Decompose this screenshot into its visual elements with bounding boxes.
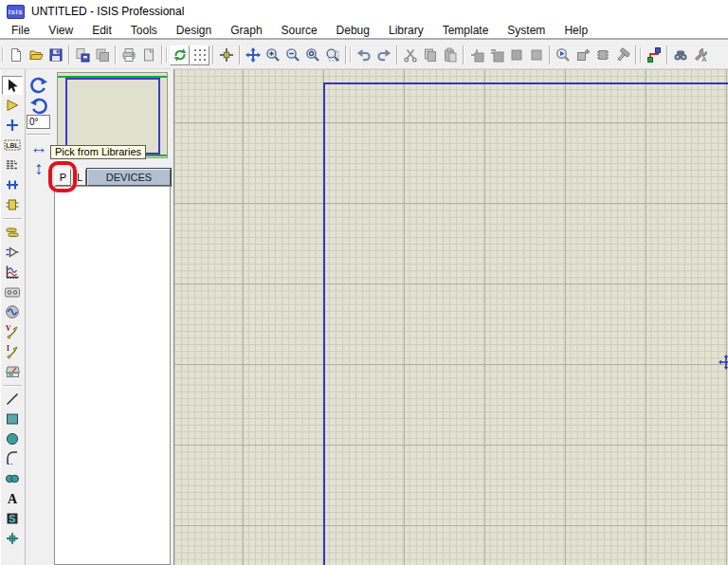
save-file-button[interactable] [46,46,65,65]
property-assignment-button[interactable]: A [690,46,710,65]
block-delete-button[interactable] [526,46,546,65]
generator-tool[interactable] [2,302,23,321]
rotate-anticlockwise-button[interactable] [28,96,49,117]
menu-library[interactable]: Library [379,24,433,37]
export-section-button[interactable] [92,46,112,65]
zoom-out-button[interactable] [282,46,302,65]
graph-tool[interactable] [2,263,23,282]
menu-view[interactable]: View [39,24,82,37]
import-section-button[interactable] [72,46,92,65]
pan-button[interactable] [243,46,263,65]
wire-label-tool[interactable]: LBL [2,136,23,155]
svg-text:I: I [7,344,9,353]
zoom-in-button[interactable] [263,46,282,65]
menu-debug[interactable]: Debug [327,24,379,37]
text-script-icon [5,157,20,173]
mode-toolbar: LBL V I A S [0,69,26,565]
menu-tools[interactable]: Tools [121,24,167,37]
redraw-button[interactable] [170,46,190,65]
isis-window: isis UNTITLED - ISIS Professional File V… [0,0,728,565]
origin-button[interactable] [216,46,236,65]
block-copy-button[interactable] [466,46,486,65]
block-rotate-button[interactable] [506,46,526,65]
toolbar-handle [1,46,6,64]
bus-tool[interactable] [2,175,23,194]
paste-icon [443,47,458,63]
rotate-clockwise-icon [29,76,48,95]
decompose-button[interactable] [612,46,632,65]
object-selector-list[interactable] [54,186,171,565]
rotate-clockwise-button[interactable] [28,75,49,96]
2d-box-tool[interactable] [2,410,23,428]
toolbar-handle [349,46,354,64]
pan-cursor-icon [719,355,728,370]
toolbar-separator [112,45,118,65]
voltage-probe-tool[interactable]: V [2,322,23,341]
wire-label-icon: LBL [4,138,21,152]
mirror-vertical-button[interactable]: ↕ [29,159,48,177]
redo-button[interactable] [373,46,393,65]
text-script-tool[interactable] [2,155,23,174]
menu-system[interactable]: System [498,24,555,37]
copy-button[interactable] [420,46,440,65]
2d-arc-tool[interactable] [2,449,23,468]
wire-autorouter-button[interactable] [644,46,664,65]
toolbar-separator [209,45,216,65]
block-move-icon [489,47,504,63]
block-copy-icon [469,47,484,63]
device-pin-tool[interactable] [2,243,23,262]
toggle-grid-button[interactable] [190,46,209,65]
zoom-area-button[interactable] [322,46,342,65]
subcircuit-icon [5,197,20,212]
line-icon [5,392,20,407]
2d-marker-tool[interactable] [2,529,23,548]
pick-parts-button[interactable] [553,46,573,65]
menu-template[interactable]: Template [433,24,499,37]
virtual-instrument-tool[interactable] [2,362,23,381]
junction-dot-tool[interactable] [2,116,23,135]
main-toolbar: A [0,42,728,69]
box-icon [5,411,20,427]
schematic-canvas[interactable] [173,69,728,565]
mirror-horizontal-button[interactable]: ↔ [27,138,50,156]
zoom-all-button[interactable] [302,46,322,65]
make-device-button[interactable] [573,46,592,65]
2d-circle-tool[interactable] [2,429,23,448]
2d-text-tool[interactable]: A [2,489,23,508]
menu-help[interactable]: Help [555,24,597,37]
menu-design[interactable]: Design [167,24,221,37]
output-area-icon [141,47,156,63]
component-tool[interactable] [2,96,23,115]
menu-file[interactable]: File [2,24,39,37]
search-tag-button[interactable] [670,46,690,65]
packaging-tool-button[interactable] [592,46,612,65]
current-probe-tool[interactable]: I [2,342,23,361]
2d-symbol-tool[interactable]: S [2,509,23,528]
mark-output-area-button[interactable] [138,46,158,65]
toolbar-handle [165,46,170,64]
terminal-tool[interactable] [2,223,23,242]
menu-edit[interactable]: Edit [82,24,121,37]
subcircuit-tool[interactable] [2,195,23,214]
2d-line-tool[interactable] [2,390,23,409]
selection-tool[interactable] [2,76,23,95]
rotation-angle-input[interactable] [27,115,50,129]
menu-source[interactable]: Source [272,24,327,37]
paste-button[interactable] [440,46,460,65]
2d-path-tool[interactable] [2,469,23,488]
window-title: UNTITLED - ISIS Professional [31,5,184,18]
block-move-button[interactable] [486,46,506,65]
tape-recorder-tool[interactable] [2,282,23,301]
toolbar-separator [342,45,349,65]
menu-graph[interactable]: Graph [221,24,271,37]
toolbar-separator [158,45,165,65]
zoom-area-icon [325,47,340,63]
svg-text:A: A [8,492,18,506]
grid-dots-icon [192,47,208,63]
new-file-button[interactable] [6,46,26,65]
open-file-button[interactable] [26,46,46,65]
print-button[interactable] [118,46,138,65]
toolbar-separator [460,45,466,65]
cut-button[interactable] [400,46,420,65]
undo-button[interactable] [354,46,373,65]
